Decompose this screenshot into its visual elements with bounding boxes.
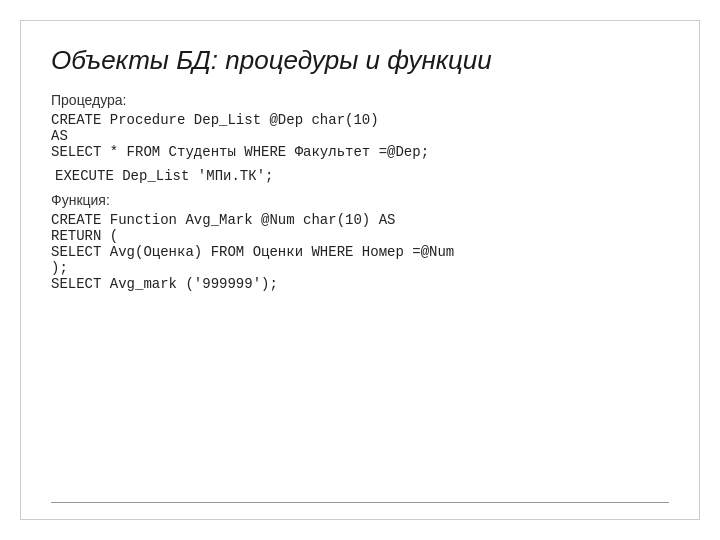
procedure-code-line3: SELECT * FROM Студенты WHERE Факультет =… — [51, 144, 669, 160]
procedure-code-line1: CREATE Procedure Dep_List @Dep char(10) — [51, 112, 669, 128]
function-code-line4: ); — [51, 260, 669, 276]
function-call-line: SELECT Avg_mark ('999999'); — [51, 276, 669, 292]
bottom-divider — [51, 502, 669, 503]
function-label: Функция: — [51, 192, 669, 208]
function-code-line2: RETURN ( — [51, 228, 669, 244]
procedure-code-line2: AS — [51, 128, 669, 144]
procedure-label: Процедура: — [51, 92, 669, 108]
function-code-line1: CREATE Function Avg_Mark @Num char(10) A… — [51, 212, 669, 228]
function-code-line3: SELECT Avg(Оценка) FROM Оценки WHERE Ном… — [51, 244, 669, 260]
slide-container: Объекты БД: процедуры и функции Процедур… — [20, 20, 700, 520]
function-section: Функция: CREATE Function Avg_Mark @Num c… — [51, 192, 669, 292]
execute-section: EXECUTE Dep_List 'МПи.ТК'; — [51, 168, 669, 184]
slide-title: Объекты БД: процедуры и функции — [51, 45, 669, 76]
execute-line: EXECUTE Dep_List 'МПи.ТК'; — [55, 168, 669, 184]
procedure-section: Процедура: CREATE Procedure Dep_List @De… — [51, 92, 669, 160]
